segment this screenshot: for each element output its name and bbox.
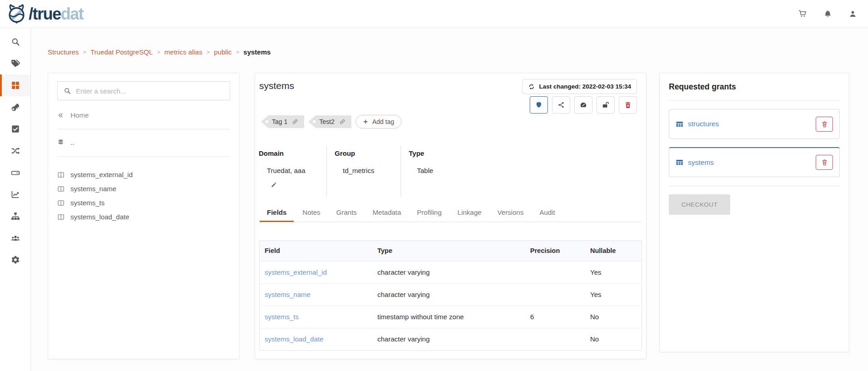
protect-button[interactable]: [530, 96, 548, 114]
top-navbar: /truedat: [0, 0, 868, 28]
truedat-logo[interactable]: /truedat: [6, 4, 83, 25]
link-icon[interactable]: [339, 119, 346, 125]
tab-linkage[interactable]: Linkage: [450, 204, 489, 222]
breadcrumb-separator: >: [83, 49, 86, 55]
user-icon[interactable]: [848, 10, 857, 18]
bell-icon[interactable]: [823, 10, 832, 18]
sitemap-icon: [11, 212, 20, 221]
field-link[interactable]: systems_name: [265, 291, 311, 298]
grant-link[interactable]: systems: [676, 158, 714, 167]
group-value: td_metrics: [343, 167, 401, 174]
sidebar-item-settings[interactable]: [0, 249, 30, 271]
share-button[interactable]: [552, 96, 570, 114]
divider: [57, 129, 230, 129]
sidebar-item-users[interactable]: [0, 227, 30, 249]
header-precision: Precision: [525, 241, 585, 261]
checkout-button[interactable]: CHECKOUT: [669, 194, 730, 215]
detail-attributes: Domain Truedat, aaa Group td_metrics Typ…: [259, 146, 501, 197]
field-type: character varying: [372, 261, 525, 283]
grant-name: structures: [688, 120, 719, 128]
home-label: Home: [70, 111, 89, 119]
field-type: character varying: [372, 283, 525, 306]
columns-icon: [57, 213, 65, 221]
column-name: systems_load_date: [70, 213, 129, 221]
field-nullable: No: [585, 328, 642, 350]
search-input[interactable]: [76, 87, 224, 95]
breadcrumb-separator: >: [206, 49, 210, 55]
breadcrumb-link-database[interactable]: metrics alias: [165, 48, 202, 56]
profile-execute-button[interactable]: [574, 96, 592, 114]
field-link[interactable]: systems_ts: [265, 313, 299, 321]
detail-tabs: Fields Notes Grants Metadata Profiling L…: [260, 204, 642, 222]
search-icon: [64, 87, 71, 94]
columns-icon: [57, 185, 65, 193]
wordmark: /truedat: [29, 6, 83, 22]
tab-audit[interactable]: Audit: [532, 204, 562, 222]
table-row: systems_ts timestamp without time zone 6…: [260, 306, 642, 328]
add-tag-button[interactable]: Add tag: [356, 115, 401, 129]
column-list-item[interactable]: systems_ts: [57, 196, 230, 210]
table-icon: [676, 158, 683, 166]
cart-icon[interactable]: [798, 10, 807, 18]
content-area: Structures > Truedat PostgreSQL > metric…: [31, 28, 868, 371]
page-title: systems: [259, 80, 294, 91]
key-icon: [11, 103, 20, 112]
grant-link[interactable]: structures: [676, 120, 719, 128]
link-icon[interactable]: [292, 119, 298, 125]
sidebar-item-taxonomy[interactable]: [0, 205, 30, 227]
tab-versions[interactable]: Versions: [490, 204, 531, 222]
column-list-item[interactable]: systems_load_date: [57, 210, 230, 224]
fields-table: Field Type Precision Nullable systems_ex…: [259, 240, 642, 351]
breadcrumb-current: systems: [243, 48, 271, 56]
field-link[interactable]: systems_load_date: [265, 335, 323, 343]
drive-icon: [11, 168, 20, 177]
sidebar-item-lineage[interactable]: [0, 140, 30, 162]
field-link[interactable]: systems_external_id: [265, 268, 327, 276]
breadcrumb-link-schema[interactable]: public: [214, 48, 232, 56]
parent-node-link[interactable]: ..: [57, 139, 230, 146]
group-column: Group td_metrics: [326, 146, 401, 197]
grant-request-button[interactable]: [597, 96, 615, 114]
type-column: Type Table: [401, 146, 501, 197]
header-field: Field: [260, 241, 372, 261]
sidebar-item-search[interactable]: [0, 31, 30, 53]
database-icon: [57, 139, 64, 146]
remove-grant-button[interactable]: [816, 117, 833, 132]
chart-line-icon: [11, 190, 20, 199]
delete-button[interactable]: [619, 96, 637, 114]
column-list-item[interactable]: systems_external_id: [57, 168, 230, 182]
breadcrumb-link-system[interactable]: Truedat PostgreSQL: [90, 48, 153, 56]
sidebar-item-systems[interactable]: [0, 162, 30, 183]
last-changed-label: Last changed: 2022-02-03 15:34: [539, 83, 631, 90]
field-precision: [525, 328, 585, 350]
column-list-item[interactable]: systems_name: [57, 182, 230, 196]
tag-label: Test2: [319, 118, 334, 125]
trash-icon: [624, 101, 632, 109]
refresh-icon: [528, 84, 535, 90]
tab-metadata[interactable]: Metadata: [366, 204, 409, 222]
sidebar-item-dashboards[interactable]: [0, 183, 30, 205]
tab-notes[interactable]: Notes: [295, 204, 327, 222]
remove-grant-button[interactable]: [816, 155, 833, 170]
sidebar-item-permissions[interactable]: [0, 96, 30, 118]
tab-profiling[interactable]: Profiling: [410, 204, 449, 222]
sidebar-item-tags[interactable]: [0, 53, 30, 74]
breadcrumb-link-structures[interactable]: Structures: [48, 48, 79, 56]
last-changed-button[interactable]: Last changed: 2022-02-03 15:34: [522, 79, 637, 94]
group-label: Group: [335, 149, 401, 157]
breadcrumb-separator: >: [157, 49, 161, 55]
table-icon: [676, 120, 683, 128]
sidebar-item-quality[interactable]: [0, 118, 30, 140]
trash-icon: [821, 159, 828, 166]
structure-explorer-panel: Home .. systems_external_id systems_name…: [48, 73, 240, 359]
column-name: systems_external_id: [70, 171, 133, 178]
tab-grants[interactable]: Grants: [329, 204, 364, 222]
sidebar-rail: [0, 28, 31, 371]
tab-fields[interactable]: Fields: [260, 204, 294, 222]
sidebar-item-structures[interactable]: [0, 74, 30, 96]
gauge-icon: [580, 101, 587, 109]
edit-domain-pencil-icon[interactable]: [271, 181, 277, 188]
structure-detail-panel: systems Last changed: 2022-02-03 15:34 T…: [255, 73, 647, 359]
domain-column: Domain Truedat, aaa: [259, 146, 326, 197]
home-link[interactable]: Home: [57, 111, 230, 119]
